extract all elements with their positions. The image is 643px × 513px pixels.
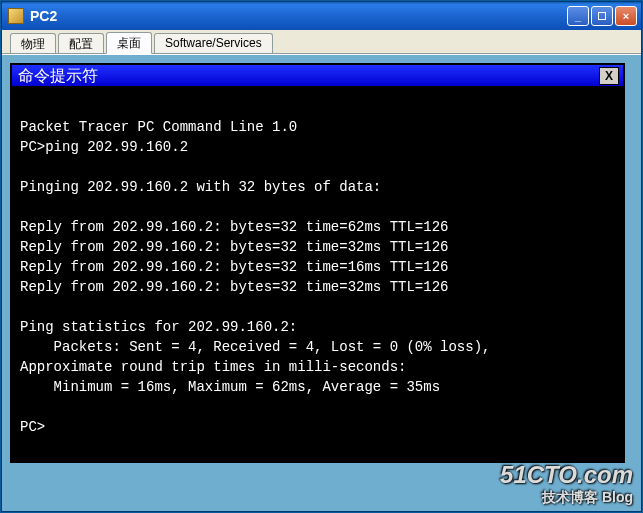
minimize-button[interactable]: _ <box>567 6 589 26</box>
watermark-subtitle: 技术博客 Blog <box>500 489 633 507</box>
command-prompt-close-button[interactable]: X <box>599 67 619 85</box>
command-prompt-window: 命令提示符 X Packet Tracer PC Command Line 1.… <box>10 63 625 463</box>
tab-config[interactable]: 配置 <box>58 33 104 53</box>
watermark-domain: 51CTO.com <box>500 461 633 489</box>
title-bar[interactable]: PC2 _ × <box>2 2 641 30</box>
close-button[interactable]: × <box>615 6 637 26</box>
command-prompt-title: 命令提示符 <box>18 66 98 87</box>
terminal-output[interactable]: Packet Tracer PC Command Line 1.0 PC>pin… <box>12 87 623 461</box>
app-icon <box>8 8 24 24</box>
outer-window: PC2 _ × 物理 配置 桌面 Software/Services 命令提示符… <box>1 1 642 512</box>
command-prompt-titlebar[interactable]: 命令提示符 X <box>12 65 623 87</box>
desktop-workspace: 命令提示符 X Packet Tracer PC Command Line 1.… <box>2 54 641 511</box>
window-title: PC2 <box>30 8 57 24</box>
tab-software-services[interactable]: Software/Services <box>154 33 273 53</box>
watermark: 51CTO.com 技术博客 Blog <box>500 461 633 507</box>
tab-strip: 物理 配置 桌面 Software/Services <box>2 30 641 54</box>
maximize-button[interactable] <box>591 6 613 26</box>
tab-physical[interactable]: 物理 <box>10 33 56 53</box>
tab-desktop[interactable]: 桌面 <box>106 32 152 54</box>
square-icon <box>598 12 606 20</box>
